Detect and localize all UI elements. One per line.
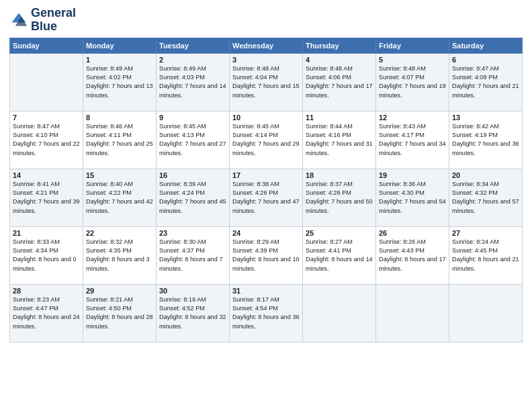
calendar-cell: 3Sunrise: 8:48 AMSunset: 4:04 PMDaylight… [230,53,303,111]
sunrise-text: Sunrise: 8:27 AM [306,238,353,245]
sunset-text: Sunset: 4:54 PM [232,305,278,312]
sunrise-text: Sunrise: 8:40 AM [86,181,133,187]
sunset-text: Sunset: 4:08 PM [452,74,498,81]
calendar-cell: 18Sunrise: 8:37 AMSunset: 4:28 PMDayligh… [303,169,376,226]
week-row-0: 1Sunrise: 8:49 AMSunset: 4:02 PMDaylight… [10,53,523,111]
calendar-cell [449,284,523,342]
cell-content: Sunrise: 8:48 AMSunset: 4:04 PMDaylight:… [232,64,300,100]
daylight-text: Daylight: 7 hours and 42 minutes. [86,198,153,214]
header-cell-friday: Friday [376,38,449,53]
calendar-cell: 25Sunrise: 8:27 AMSunset: 4:41 PMDayligh… [303,226,376,284]
day-number: 2 [159,56,226,64]
sunset-text: Sunset: 4:13 PM [159,132,205,138]
daylight-text: Daylight: 7 hours and 15 minutes. [232,83,300,98]
cell-content: Sunrise: 8:46 AMSunset: 4:11 PMDaylight:… [86,122,153,158]
sunrise-text: Sunrise: 8:30 AM [159,238,206,245]
cell-content: Sunrise: 8:42 AMSunset: 4:19 PMDaylight:… [452,122,519,158]
daylight-text: Daylight: 8 hours and 14 minutes. [306,256,373,271]
day-number: 31 [232,287,300,295]
cell-content: Sunrise: 8:24 AMSunset: 4:45 PMDaylight:… [452,238,519,273]
calendar-cell: 17Sunrise: 8:38 AMSunset: 4:26 PMDayligh… [230,169,303,226]
day-number: 28 [13,287,80,295]
calendar-cell: 11Sunrise: 8:44 AMSunset: 4:16 PMDayligh… [303,111,376,169]
daylight-text: Daylight: 8 hours and 28 minutes. [86,314,153,329]
sunset-text: Sunset: 4:22 PM [86,189,132,196]
cell-content: Sunrise: 8:21 AMSunset: 4:50 PMDaylight:… [86,295,153,331]
day-number: 24 [232,229,300,237]
daylight-text: Daylight: 7 hours and 36 minutes. [452,140,519,156]
week-row-2: 14Sunrise: 8:41 AMSunset: 4:21 PMDayligh… [10,169,523,226]
header-row: SundayMondayTuesdayWednesdayThursdayFrid… [10,38,523,53]
daylight-text: Daylight: 7 hours and 21 minutes. [452,83,519,98]
sunset-text: Sunset: 4:24 PM [159,189,205,196]
sunrise-text: Sunrise: 8:26 AM [379,238,426,245]
day-number: 19 [379,171,446,179]
sunrise-text: Sunrise: 8:37 AM [306,181,353,187]
daylight-text: Daylight: 8 hours and 32 minutes. [159,314,226,329]
day-number: 18 [306,171,373,179]
sunset-text: Sunset: 4:43 PM [379,247,425,254]
calendar-cell: 21Sunrise: 8:33 AMSunset: 4:34 PMDayligh… [10,226,83,284]
sunrise-text: Sunrise: 8:19 AM [159,296,206,303]
sunset-text: Sunset: 4:39 PM [232,247,278,254]
cell-content: Sunrise: 8:47 AMSunset: 4:10 PMDaylight:… [13,122,80,158]
daylight-text: Daylight: 8 hours and 0 minutes. [13,256,77,271]
day-number: 4 [306,56,373,64]
day-number: 3 [232,56,300,64]
calendar-cell: 7Sunrise: 8:47 AMSunset: 4:10 PMDaylight… [10,111,83,169]
day-number: 20 [452,171,519,179]
daylight-text: Daylight: 7 hours and 54 minutes. [379,198,446,214]
calendar-cell: 1Sunrise: 8:49 AMSunset: 4:02 PMDaylight… [83,53,157,111]
daylight-text: Daylight: 7 hours and 50 minutes. [306,198,373,214]
sunrise-text: Sunrise: 8:21 AM [86,296,133,303]
sunset-text: Sunset: 4:28 PM [306,189,351,196]
sunset-text: Sunset: 4:17 PM [379,132,425,138]
sunset-text: Sunset: 4:47 PM [13,305,58,312]
calendar-cell: 5Sunrise: 8:48 AMSunset: 4:07 PMDaylight… [376,53,449,111]
sunset-text: Sunset: 4:11 PM [86,132,132,138]
daylight-text: Daylight: 8 hours and 3 minutes. [86,256,150,271]
header-cell-tuesday: Tuesday [157,38,230,53]
sunset-text: Sunset: 4:32 PM [452,189,498,196]
header-cell-sunday: Sunday [10,38,83,53]
cell-content: Sunrise: 8:49 AMSunset: 4:03 PMDaylight:… [159,64,226,100]
daylight-text: Daylight: 8 hours and 24 minutes. [13,314,80,329]
header-cell-monday: Monday [83,38,157,53]
sunset-text: Sunset: 4:07 PM [379,74,425,81]
day-number: 6 [452,56,519,64]
sunrise-text: Sunrise: 8:34 AM [452,181,499,187]
calendar-cell: 12Sunrise: 8:43 AMSunset: 4:17 PMDayligh… [376,111,449,169]
day-number: 26 [379,229,446,237]
calendar-cell: 26Sunrise: 8:26 AMSunset: 4:43 PMDayligh… [376,226,449,284]
cell-content: Sunrise: 8:38 AMSunset: 4:26 PMDaylight:… [232,180,300,216]
calendar-cell: 31Sunrise: 8:17 AMSunset: 4:54 PMDayligh… [230,284,303,342]
calendar-cell: 15Sunrise: 8:40 AMSunset: 4:22 PMDayligh… [83,169,157,226]
cell-content: Sunrise: 8:34 AMSunset: 4:32 PMDaylight:… [452,180,519,216]
sunset-text: Sunset: 4:45 PM [452,247,498,254]
calendar-cell: 22Sunrise: 8:32 AMSunset: 4:35 PMDayligh… [83,226,157,284]
sunset-text: Sunset: 4:37 PM [159,247,205,254]
calendar-cell: 24Sunrise: 8:29 AMSunset: 4:39 PMDayligh… [230,226,303,284]
cell-content: Sunrise: 8:29 AMSunset: 4:39 PMDaylight:… [232,238,300,273]
sunrise-text: Sunrise: 8:47 AM [13,123,60,130]
logo-icon [9,11,28,30]
calendar-cell: 23Sunrise: 8:30 AMSunset: 4:37 PMDayligh… [157,226,230,284]
cell-content: Sunrise: 8:48 AMSunset: 4:06 PMDaylight:… [306,64,373,100]
calendar-cell: 19Sunrise: 8:36 AMSunset: 4:30 PMDayligh… [376,169,449,226]
calendar-cell: 20Sunrise: 8:34 AMSunset: 4:32 PMDayligh… [449,169,523,226]
sunset-text: Sunset: 4:06 PM [306,74,351,81]
calendar-cell: 8Sunrise: 8:46 AMSunset: 4:11 PMDaylight… [83,111,157,169]
day-number: 21 [13,229,80,237]
header-cell-wednesday: Wednesday [230,38,303,53]
logo: General Blue [9,7,76,34]
cell-content: Sunrise: 8:32 AMSunset: 4:35 PMDaylight:… [86,238,153,273]
sunrise-text: Sunrise: 8:24 AM [452,238,499,245]
day-number: 29 [86,287,153,295]
day-number: 12 [379,113,446,122]
daylight-text: Daylight: 7 hours and 57 minutes. [452,198,519,214]
cell-content: Sunrise: 8:39 AMSunset: 4:24 PMDaylight:… [159,180,226,216]
cell-content: Sunrise: 8:19 AMSunset: 4:52 PMDaylight:… [159,295,226,331]
cell-content: Sunrise: 8:47 AMSunset: 4:08 PMDaylight:… [452,64,519,100]
sunset-text: Sunset: 4:19 PM [452,132,498,138]
calendar-cell: 2Sunrise: 8:49 AMSunset: 4:03 PMDaylight… [157,53,230,111]
